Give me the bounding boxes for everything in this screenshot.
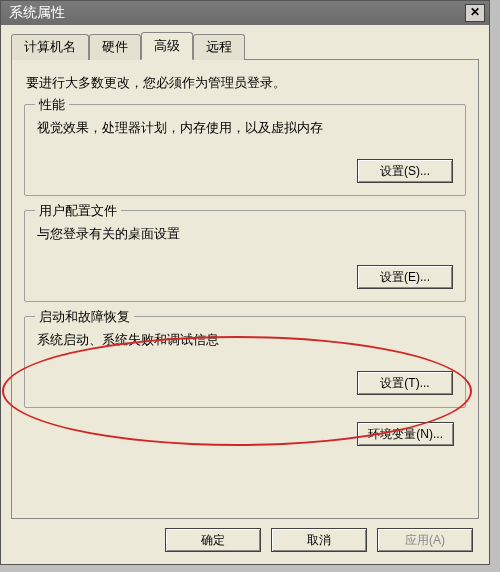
admin-intro-text: 要进行大多数更改，您必须作为管理员登录。 (26, 74, 466, 92)
group-startup-recovery-legend: 启动和故障恢复 (35, 308, 134, 326)
group-user-profiles-legend: 用户配置文件 (35, 202, 121, 220)
window-body: 计算机名 硬件 高级 远程 要进行大多数更改，您必须作为管理员登录。 性能 视觉… (1, 25, 489, 529)
tab-advanced[interactable]: 高级 (141, 32, 193, 60)
group-user-profiles: 用户配置文件 与您登录有关的桌面设置 设置(E)... (24, 210, 466, 302)
group-user-profiles-desc: 与您登录有关的桌面设置 (37, 225, 453, 243)
titlebar: 系统属性 ✕ (1, 1, 489, 25)
cancel-button[interactable]: 取消 (271, 528, 367, 552)
apply-button[interactable]: 应用(A) (377, 528, 473, 552)
window-title: 系统属性 (9, 4, 65, 22)
ok-button[interactable]: 确定 (165, 528, 261, 552)
group-startup-recovery-desc: 系统启动、系统失败和调试信息 (37, 331, 453, 349)
environment-variables-button[interactable]: 环境变量(N)... (357, 422, 454, 446)
group-startup-recovery: 启动和故障恢复 系统启动、系统失败和调试信息 设置(T)... (24, 316, 466, 408)
tab-remote[interactable]: 远程 (193, 34, 245, 60)
performance-settings-button[interactable]: 设置(S)... (357, 159, 453, 183)
tab-hardware[interactable]: 硬件 (89, 34, 141, 60)
group-performance-legend: 性能 (35, 96, 69, 114)
startup-recovery-settings-button[interactable]: 设置(T)... (357, 371, 453, 395)
system-properties-window: 系统属性 ✕ 计算机名 硬件 高级 远程 要进行大多数更改，您必须作为管理员登录… (0, 0, 490, 565)
tab-computer-name[interactable]: 计算机名 (11, 34, 89, 60)
advanced-panel: 要进行大多数更改，您必须作为管理员登录。 性能 视觉效果，处理器计划，内存使用，… (11, 59, 479, 519)
tab-strip: 计算机名 硬件 高级 远程 (11, 31, 479, 59)
group-performance: 性能 视觉效果，处理器计划，内存使用，以及虚拟内存 设置(S)... (24, 104, 466, 196)
dialog-footer: 确定 取消 应用(A) (165, 528, 473, 552)
user-profiles-settings-button[interactable]: 设置(E)... (357, 265, 453, 289)
group-performance-desc: 视觉效果，处理器计划，内存使用，以及虚拟内存 (37, 119, 453, 137)
close-icon[interactable]: ✕ (465, 4, 485, 22)
